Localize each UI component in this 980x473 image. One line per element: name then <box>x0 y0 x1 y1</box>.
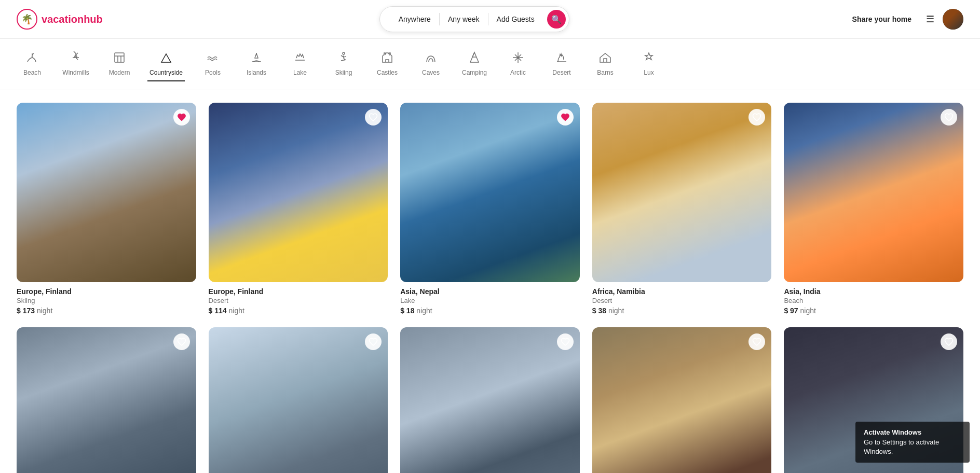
category-item-beach[interactable]: Beach <box>17 47 48 81</box>
svg-text:🌴: 🌴 <box>21 13 33 25</box>
listing-image <box>592 103 772 282</box>
listing-price: $ 97 night <box>784 307 963 315</box>
wishlist-button[interactable] <box>173 333 190 350</box>
listing-image-wrap <box>209 327 388 473</box>
category-item-desert[interactable]: Desert <box>546 47 577 81</box>
category-item-skiing[interactable]: Skiing <box>328 47 359 81</box>
category-nav: Beach Windmills Modern Countryside Pools… <box>0 39 980 90</box>
camping-label: Camping <box>462 69 487 76</box>
listing-image-wrap <box>592 327 772 473</box>
modern-icon <box>113 51 126 66</box>
svg-point-4 <box>343 52 345 54</box>
lake-label: Lake <box>293 69 307 76</box>
category-item-castles[interactable]: Castles <box>372 47 403 81</box>
category-item-lake[interactable]: Lake <box>284 47 316 81</box>
category-item-arctic[interactable]: Arctic <box>502 47 534 81</box>
skiing-label: Skiing <box>335 69 352 76</box>
castles-icon <box>381 51 393 66</box>
wishlist-button[interactable] <box>365 333 382 350</box>
category-item-camping[interactable]: Camping <box>459 47 490 81</box>
listing-card[interactable] <box>209 327 388 473</box>
islands-label: Islands <box>247 69 266 76</box>
listing-card[interactable]: Africa, Namibia Desert $ 38 night <box>592 103 772 315</box>
avatar[interactable] <box>943 9 963 30</box>
listing-price: $ 18 night <box>400 307 580 315</box>
price-per-night: night <box>229 307 244 315</box>
listing-type: Desert <box>209 297 388 304</box>
modern-label: Modern <box>109 69 130 76</box>
share-home-link[interactable]: Share your home <box>846 11 918 27</box>
listing-price: $ 114 night <box>209 307 388 315</box>
beach-label: Beach <box>23 69 41 76</box>
category-item-windmills[interactable]: Windmills <box>60 47 91 81</box>
listing-card[interactable] <box>400 327 580 473</box>
category-item-pools[interactable]: Pools <box>197 47 228 81</box>
category-item-islands[interactable]: Islands <box>241 47 272 81</box>
listing-card[interactable]: Asia, Nepal Lake $ 18 night <box>400 103 580 315</box>
listing-image <box>209 327 388 473</box>
price-per-night: night <box>800 307 816 315</box>
logo-icon: 🌴 <box>17 9 37 30</box>
category-item-lux[interactable]: Lux <box>633 47 664 81</box>
listing-image-wrap <box>400 103 580 282</box>
windows-watermark: Activate Windows Go to Settings to activ… <box>855 422 970 463</box>
listing-image <box>592 327 772 473</box>
castles-label: Castles <box>377 69 398 76</box>
category-item-countryside[interactable]: Countryside <box>147 47 185 81</box>
menu-icon[interactable]: ☰ <box>926 13 934 25</box>
listing-price: $ 173 night <box>17 307 196 315</box>
listing-card[interactable]: Europe, Finland Desert $ 114 night <box>209 103 388 315</box>
price-amount: $ 18 <box>400 307 414 315</box>
listing-card[interactable]: Europe, Finland Skiing $ 173 night <box>17 103 196 315</box>
pools-icon <box>207 51 219 66</box>
caves-label: Caves <box>422 69 440 76</box>
camping-icon <box>468 51 481 66</box>
listing-type: Beach <box>784 297 963 304</box>
listing-image <box>400 327 580 473</box>
islands-icon <box>250 51 263 66</box>
wishlist-button[interactable] <box>941 333 957 350</box>
barns-icon <box>599 51 611 66</box>
week-search[interactable]: Any week <box>440 13 488 25</box>
search-icon: 🔍 <box>551 15 562 24</box>
listing-type: Lake <box>400 297 580 304</box>
listing-card[interactable] <box>17 327 196 473</box>
windmills-label: Windmills <box>62 69 89 76</box>
price-amount: $ 114 <box>209 307 227 315</box>
price-amount: $ 38 <box>592 307 606 315</box>
category-item-caves[interactable]: Caves <box>415 47 446 81</box>
category-item-barns[interactable]: Barns <box>590 47 621 81</box>
wishlist-button[interactable] <box>173 109 190 126</box>
listing-image-wrap <box>209 103 388 282</box>
wishlist-button[interactable] <box>365 109 382 126</box>
wishlist-button[interactable] <box>748 333 765 350</box>
listings-grid-row2 <box>17 327 963 473</box>
listing-image-wrap <box>400 327 580 473</box>
countryside-label: Countryside <box>149 69 183 76</box>
search-bar[interactable]: Anywhere Any week Add Guests 🔍 <box>379 6 569 32</box>
search-button[interactable]: 🔍 <box>547 10 566 29</box>
watermark-line2: Go to Settings to activate Windows. <box>864 438 961 456</box>
category-item-modern[interactable]: Modern <box>104 47 135 81</box>
wishlist-button[interactable] <box>557 333 574 350</box>
logo[interactable]: 🌴 vacationhub <box>17 9 103 30</box>
wishlist-button[interactable] <box>557 109 574 126</box>
listing-image <box>17 103 196 282</box>
price-amount: $ 97 <box>784 307 798 315</box>
listing-card[interactable] <box>592 327 772 473</box>
guests-search[interactable]: Add Guests <box>488 13 543 25</box>
listing-price: $ 38 night <box>592 307 772 315</box>
arctic-label: Arctic <box>510 69 526 76</box>
wishlist-button[interactable] <box>941 109 957 126</box>
location-search[interactable]: Anywhere <box>390 13 440 25</box>
listing-image <box>209 103 388 282</box>
listing-image-wrap <box>17 327 196 473</box>
listing-card[interactable]: Asia, India Beach $ 97 night <box>784 103 963 315</box>
listing-location: Asia, India <box>784 287 963 296</box>
header: 🌴 vacationhub Anywhere Any week Add Gues… <box>0 0 980 39</box>
main-content: Europe, Finland Skiing $ 173 night Europ… <box>0 90 980 473</box>
listing-image <box>17 327 196 473</box>
listing-type: Desert <box>592 297 772 304</box>
avatar-image <box>943 9 963 30</box>
desert-icon <box>555 51 568 66</box>
